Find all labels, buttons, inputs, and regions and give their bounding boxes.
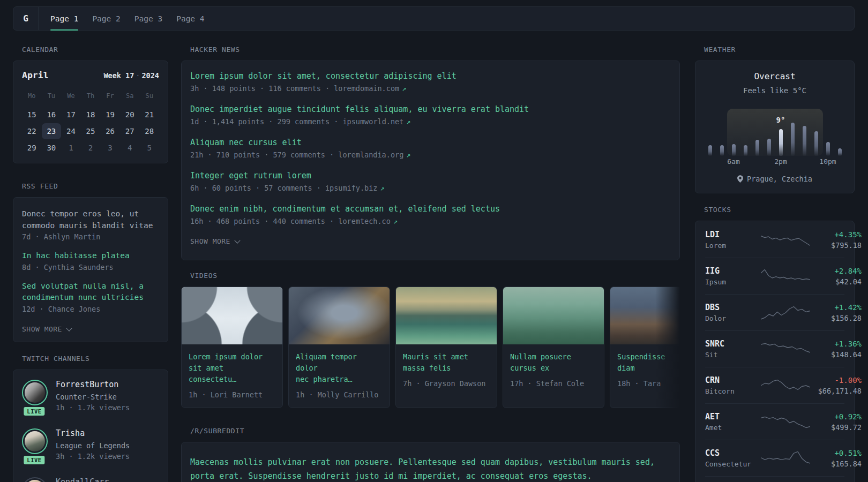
twitch-channel-row[interactable]: LIVEForrestBurtonCounter-Strike1h · 1.7k…: [22, 380, 159, 412]
item-meta-text: 21h · 710 points · 579 comments ·: [190, 150, 338, 159]
tab-page-3[interactable]: Page 3: [134, 7, 162, 30]
stock-sparkline: [761, 340, 810, 358]
stock-price: $42.04: [810, 277, 862, 286]
hacker-news-item-title[interactable]: Aliquam nec cursus elit: [190, 138, 671, 147]
stock-row[interactable]: CCSConsectetur+0.51%$165.84: [705, 440, 844, 476]
sparkline-chart: [761, 267, 810, 285]
calendar-week-label: Week 17·2024: [103, 71, 159, 80]
item-domain-link[interactable]: ipsumify.biz: [325, 184, 378, 192]
item-domain-link[interactable]: loremdomain.com: [334, 84, 399, 93]
item-meta-text: 6h · 60 points · 57 comments ·: [190, 184, 325, 192]
video-title[interactable]: Mauris sit ametmassa felis: [403, 351, 490, 374]
video-title-line: Nullam posuere: [510, 351, 597, 363]
stock-change: +1.36%: [810, 340, 862, 348]
twitch-channel-row[interactable]: KendallCarr: [22, 477, 159, 482]
item-domain-link[interactable]: loremtech.co: [338, 217, 391, 225]
item-domain-link[interactable]: ipsumworld.net: [342, 117, 403, 126]
calendar-day-selected: 23: [42, 123, 62, 139]
avatar[interactable]: [25, 431, 45, 451]
video-thumbnail[interactable]: [503, 287, 604, 344]
rss-title-line: commodo mauris blandit vitae: [22, 220, 159, 232]
weather-bar: [732, 144, 736, 156]
live-badge: LIVE: [23, 455, 46, 465]
video-card[interactable]: Nullam posuerecursus ex17h · Stefan Cole: [503, 287, 604, 408]
twitch-avatar-wrap: LIVE: [22, 380, 47, 412]
avatar[interactable]: [25, 480, 45, 482]
video-thumbnail[interactable]: [289, 287, 390, 344]
hacker-news-item-title[interactable]: Integer eget rutrum lorem: [190, 171, 671, 180]
twitch-channel-name[interactable]: ForrestBurton: [56, 380, 130, 389]
rss-item-meta: 12d · Chance Jones: [22, 305, 159, 313]
calendar-day-of-week: Tu: [42, 91, 62, 103]
hacker-news-show-more-button[interactable]: SHOW MORE: [190, 237, 671, 245]
external-link-icon: ↗: [406, 150, 410, 159]
video-meta: 18h · Tara: [617, 379, 680, 388]
weather-bar: [767, 139, 771, 156]
tab-page-1[interactable]: Page 1: [50, 7, 78, 30]
avatar[interactable]: [25, 382, 45, 403]
left-column: CALENDAR April Week 17·2024 MoTuWeThFrSa…: [13, 46, 168, 482]
stock-row[interactable]: SNRCSit+1.36%$148.64: [705, 330, 844, 367]
rss-show-more-button[interactable]: SHOW MORE: [22, 325, 159, 333]
sparkline-chart: [761, 376, 810, 395]
video-thumbnail[interactable]: [610, 287, 680, 344]
twitch-header: TWITCH CHANNELS: [22, 355, 168, 363]
stock-ticker: SNRC: [705, 339, 761, 349]
rss-item-title[interactable]: Donec tempor eros leo, utcommodo mauris …: [22, 208, 159, 231]
rss-item-meta: 7d · Ashlyn Martin: [22, 232, 159, 241]
item-meta-text: 3h · 148 points · 116 comments ·: [190, 84, 334, 93]
rss-item-title[interactable]: Sed volutpat nulla nisl, acondimentum nu…: [22, 281, 159, 304]
weather-hour-label: 10pm: [819, 157, 836, 165]
hacker-news-item-title[interactable]: Lorem ipsum dolor sit amet, consectetur …: [190, 71, 671, 81]
video-title-line: cursus ex: [510, 363, 597, 374]
video-title[interactable]: Nullam posuerecursus ex: [510, 351, 597, 374]
calendar-day-of-week: Su: [139, 91, 159, 103]
rss-item-title[interactable]: In hac habitasse platea: [22, 250, 159, 262]
tab-page-4[interactable]: Page 4: [176, 7, 204, 30]
stock-ticker: CRN: [705, 375, 761, 385]
calendar-day: 17: [61, 107, 81, 123]
hacker-news-item-title[interactable]: Donec enim nibh, condimentum et accumsan…: [190, 204, 671, 214]
twitch-channel-row[interactable]: LIVETrishaLeague of Legends3h · 1.2k vie…: [22, 428, 159, 461]
stock-name: Sit: [705, 351, 761, 359]
twitch-channel-viewers: 1h · 1.7k viewers: [56, 403, 130, 412]
calendar-day: 1: [61, 140, 81, 156]
video-card[interactable]: Lorem ipsum dolorsit amet consectetu…1h …: [181, 287, 283, 408]
stock-row[interactable]: IIGIpsum+2.84%$42.04: [705, 258, 844, 294]
stock-row[interactable]: LDILorem+4.35%$795.18: [705, 222, 844, 258]
subreddit-post-title[interactable]: Maecenas mollis pulvinar erat non posuer…: [190, 455, 671, 482]
hacker-news-item-meta: 16h · 468 points · 440 comments · loremt…: [190, 217, 671, 225]
stock-row[interactable]: CRNBitcorn-1.00%$66,171.48: [705, 367, 844, 403]
video-title[interactable]: Aliquam tempor dolornec pharetra…: [296, 351, 383, 385]
twitch-channel-name[interactable]: KendallCarr: [56, 477, 109, 482]
stock-ticker: IIG: [705, 266, 761, 276]
item-domain-link[interactable]: loremlandia.org: [338, 150, 403, 159]
video-card[interactable]: Suspendissediam18h · Tara: [610, 287, 680, 408]
video-title[interactable]: Suspendissediam: [617, 351, 680, 374]
stock-price: $148.64: [810, 350, 862, 359]
video-title[interactable]: Lorem ipsum dolorsit amet consectetu…: [189, 351, 275, 385]
twitch-channel-info: TrishaLeague of Legends3h · 1.2k viewers: [56, 428, 130, 461]
video-thumbnail[interactable]: [182, 287, 282, 344]
tab-page-2[interactable]: Page 2: [92, 7, 120, 30]
stock-name: Bitcorn: [705, 387, 761, 395]
sparkline-chart: [761, 413, 810, 431]
external-link-icon: ↗: [380, 184, 385, 192]
twitch-channel-info: KendallCarr: [56, 477, 109, 482]
twitch-avatar-wrap: [22, 477, 47, 482]
twitch-channel-name[interactable]: Trisha: [56, 428, 130, 438]
video-card[interactable]: Aliquam tempor dolornec pharetra…1h · Mo…: [288, 287, 390, 408]
stock-row[interactable]: AETAmet+0.92%$499.72: [705, 403, 844, 440]
video-title-line: diam: [617, 363, 680, 374]
stock-row[interactable]: AHS+0.46%: [705, 476, 844, 482]
app-logo[interactable]: G: [13, 7, 38, 30]
calendar-day: 24: [61, 123, 81, 139]
twitch-channel-info: ForrestBurtonCounter-Strike1h · 1.7k vie…: [56, 380, 130, 412]
video-card-body: Suspendissediam18h · Tara: [610, 344, 680, 396]
stock-row[interactable]: DBSDolor+1.42%$156.28: [705, 294, 844, 330]
hacker-news-item-title[interactable]: Donec imperdiet augue tincidunt felis al…: [190, 104, 671, 114]
video-card[interactable]: Mauris sit ametmassa felis7h · Grayson D…: [395, 287, 497, 408]
rss-item: Donec tempor eros leo, utcommodo mauris …: [22, 208, 159, 241]
video-thumbnail[interactable]: [396, 287, 497, 344]
stock-sparkline: [761, 231, 810, 249]
